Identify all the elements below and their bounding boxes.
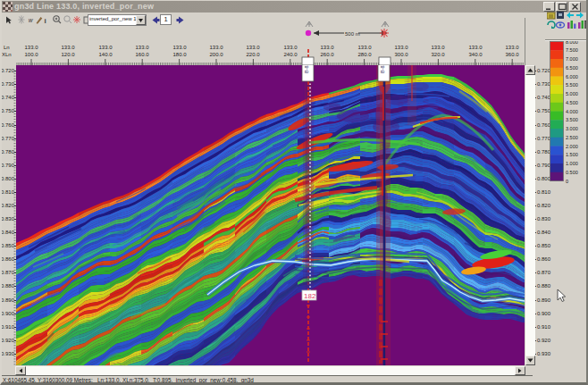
svg-text:0: 0	[566, 179, 568, 184]
svg-text:𝑤: 𝑤	[29, 17, 34, 23]
svg-text:500 m: 500 m	[345, 31, 360, 37]
svg-text:182: 182	[304, 292, 316, 300]
svg-text:0.500: 0.500	[566, 170, 578, 175]
svg-text:4.000: 4.000	[566, 109, 578, 114]
svg-text:3.500: 3.500	[566, 117, 578, 122]
svg-text:6.500: 6.500	[566, 65, 578, 71]
svg-text:i: i	[45, 17, 46, 25]
svg-text:6.000: 6.000	[566, 74, 578, 80]
svg-text:7.500: 7.500	[566, 47, 578, 53]
svg-text:1.500: 1.500	[566, 152, 578, 157]
svg-text:2.000: 2.000	[566, 144, 578, 149]
svg-text:5.500: 5.500	[566, 82, 578, 88]
svg-text:2.500: 2.500	[566, 135, 578, 140]
svg-text:3.000: 3.000	[566, 126, 578, 131]
svg-text:7.000: 7.000	[566, 56, 578, 62]
svg-text:5.000: 5.000	[566, 91, 578, 96]
svg-text:4.500: 4.500	[566, 100, 578, 105]
svg-text:8.000: 8.000	[566, 41, 578, 45]
svg-text:1.000: 1.000	[566, 161, 578, 166]
svg-text:B-82: B-82	[380, 65, 385, 73]
svg-text:B-82: B-82	[304, 65, 309, 73]
